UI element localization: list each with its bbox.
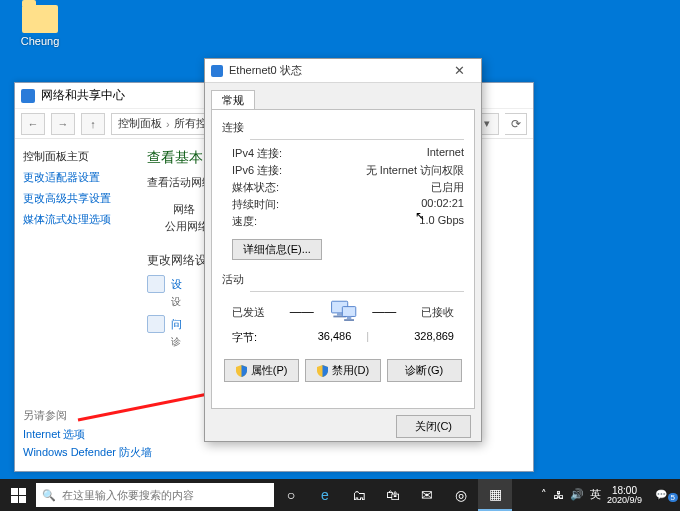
sidebar-link-adapter[interactable]: 更改适配器设置 [23, 170, 125, 185]
desktop-icon-label: Cheung [10, 35, 70, 47]
close-button[interactable]: 关闭(C) [396, 415, 471, 438]
dlg-title: Ethernet0 状态 [229, 63, 437, 78]
computers-icon [328, 298, 358, 326]
media-value: 已启用 [431, 180, 464, 195]
bytes-label: 字节: [232, 330, 280, 345]
details-button[interactable]: 详细信息(E)... [232, 239, 322, 260]
clock-date: 2020/9/9 [607, 496, 642, 506]
taskbar-search[interactable]: 🔍 在这里输入你要搜索的内容 [36, 483, 274, 507]
connection-header: 连接 [222, 120, 464, 135]
search-icon: 🔍 [42, 489, 56, 502]
chrome-icon[interactable]: ◎ [444, 479, 478, 511]
see-also-internet-options[interactable]: Internet 选项 [23, 427, 152, 442]
taskbar: 🔍 在这里输入你要搜索的内容 ○ e 🗂 🛍 ✉ ◎ ▦ ˄ 🖧 🔊 英 18:… [0, 479, 680, 511]
sidebar-link-media[interactable]: 媒体流式处理选项 [23, 212, 125, 227]
bytes-received: 328,869 [384, 330, 454, 345]
ipv4-value: Internet [427, 146, 464, 161]
svg-rect-4 [342, 307, 355, 317]
close-icon[interactable]: ✕ [443, 59, 475, 82]
diagnose-button[interactable]: 诊断(G) [387, 359, 462, 382]
taskbar-apps: ○ e 🗂 🛍 ✉ ◎ ▦ [274, 479, 512, 511]
clock[interactable]: 18:00 2020/9/9 [607, 485, 642, 506]
desktop-folder-icon[interactable]: Cheung [10, 5, 70, 47]
ipv6-label: IPv6 连接: [232, 163, 282, 178]
ethernet-status-dialog: Ethernet0 状态 ✕ 常规 连接 IPv4 连接:Internet IP… [204, 58, 482, 442]
cp-app-icon [21, 89, 35, 103]
see-also-firewall[interactable]: Windows Defender 防火墙 [23, 445, 152, 460]
svg-rect-5 [347, 316, 351, 319]
action-center-icon[interactable]: 💬 [648, 489, 674, 500]
disable-button[interactable]: 禁用(D) [305, 359, 380, 382]
duration-label: 持续时间: [232, 197, 279, 212]
properties-button[interactable]: 属性(P) [224, 359, 299, 382]
media-label: 媒体状态: [232, 180, 279, 195]
nav-forward-button[interactable]: → [51, 113, 75, 135]
ipv4-label: IPv4 连接: [232, 146, 282, 161]
network-icon [211, 65, 223, 77]
volume-icon[interactable]: 🔊 [570, 488, 584, 501]
store-icon[interactable]: 🛍 [376, 479, 410, 511]
tab-general[interactable]: 常规 [211, 90, 255, 110]
bytes-row: 字节: 36,486 | 328,869 [232, 330, 454, 345]
svg-rect-2 [337, 313, 342, 316]
recv-label: 已接收 [410, 305, 464, 320]
sent-label: 已发送 [222, 305, 276, 320]
refresh-button[interactable]: ⟳ [505, 113, 527, 135]
bytes-sent: 36,486 [281, 330, 351, 345]
controlpanel-taskbar-icon[interactable]: ▦ [478, 479, 512, 511]
wizard-icon [147, 275, 165, 293]
ipv6-value: 无 Internet 访问权限 [366, 163, 464, 178]
tabs: 常规 [205, 83, 481, 109]
svg-rect-6 [344, 319, 354, 321]
nav-up-button[interactable]: ↑ [81, 113, 105, 135]
sidebar-header: 控制面板主页 [23, 149, 125, 164]
duration-value: 00:02:21 [421, 197, 464, 212]
ime-indicator[interactable]: 英 [590, 487, 601, 502]
windows-logo-icon [11, 488, 26, 503]
see-also: 另请参阅 Internet 选项 Windows Defender 防火墙 [23, 408, 152, 463]
search-placeholder: 在这里输入你要搜索的内容 [62, 488, 194, 503]
dlg-titlebar[interactable]: Ethernet0 状态 ✕ [205, 59, 481, 83]
dash-left: —— [290, 305, 314, 319]
shield-icon [236, 365, 247, 377]
shield-icon [317, 365, 328, 377]
speed-value: 1.0 Gbps [419, 214, 464, 229]
system-tray: ˄ 🖧 🔊 英 18:00 2020/9/9 💬 [535, 485, 680, 506]
dash-right: —— [372, 305, 396, 319]
folder-icon [22, 5, 58, 33]
dlg-body: 连接 IPv4 连接:Internet IPv6 连接:无 Internet 访… [211, 109, 475, 409]
tray-overflow-icon[interactable]: ˄ [541, 488, 547, 501]
activity-graphic: 已发送 —— —— 已接收 [222, 298, 464, 326]
nav-back-button[interactable]: ← [21, 113, 45, 135]
cp-title: 网络和共享中心 [41, 87, 125, 104]
sidebar-link-sharing[interactable]: 更改高级共享设置 [23, 191, 125, 206]
troubleshoot-icon [147, 315, 165, 333]
start-button[interactable] [0, 479, 36, 511]
cortana-icon[interactable]: ○ [274, 479, 308, 511]
mail-icon[interactable]: ✉ [410, 479, 444, 511]
activity-header: 活动 [222, 272, 464, 287]
explorer-icon[interactable]: 🗂 [342, 479, 376, 511]
speed-label: 速度: [232, 214, 257, 229]
network-tray-icon[interactable]: 🖧 [553, 489, 564, 501]
see-also-header: 另请参阅 [23, 408, 152, 423]
clock-time: 18:00 [607, 485, 642, 496]
edge-icon[interactable]: e [308, 479, 342, 511]
